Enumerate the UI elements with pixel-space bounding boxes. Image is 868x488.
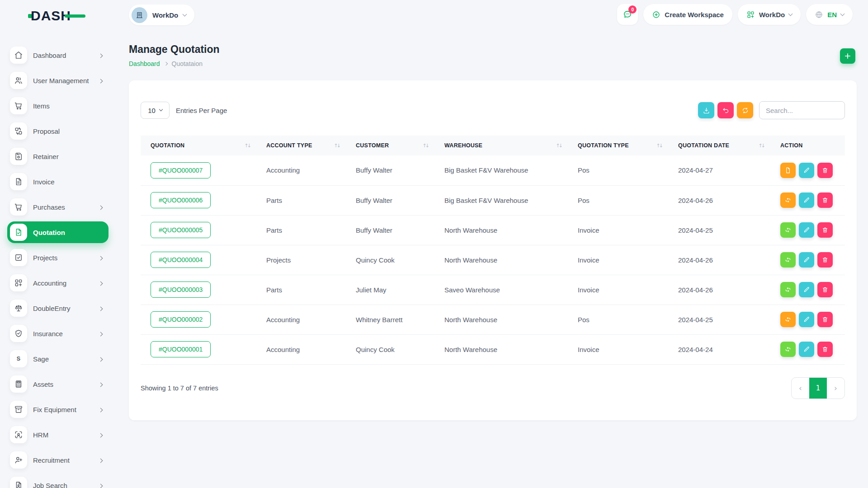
- sidebar-item-insurance[interactable]: Insurance: [0, 321, 116, 346]
- convert-button[interactable]: [780, 252, 796, 267]
- sort-icon[interactable]: [656, 143, 662, 149]
- sidebar-item-fix-equipment[interactable]: Fix Equipment: [0, 397, 116, 422]
- sidebar-item-assets[interactable]: Assets: [0, 371, 116, 397]
- delete-button[interactable]: [817, 252, 833, 267]
- topbar-actions: 0 Create Workspace WorkDo EN: [617, 4, 853, 25]
- column-header-action: ACTION: [780, 136, 845, 155]
- delete-button[interactable]: [817, 192, 833, 208]
- shield-check-icon: [10, 325, 27, 342]
- delete-button[interactable]: [817, 222, 833, 238]
- convert-button[interactable]: [780, 192, 796, 208]
- sidebar-item-accounting[interactable]: Accounting: [0, 270, 116, 296]
- logo-dash-icon: [65, 14, 85, 18]
- messages-button[interactable]: 0: [617, 4, 638, 25]
- sidebar-item-label: HRM: [33, 431, 48, 439]
- chevron-right-icon: [99, 279, 102, 287]
- quotation-number-button[interactable]: #QUOO000006: [151, 192, 211, 208]
- sidebar-item-hrm[interactable]: HRM: [0, 422, 116, 447]
- sidebar-item-quotation[interactable]: Quotation: [0, 220, 116, 245]
- sidebar-item-doubleentry[interactable]: DoubleEntry: [0, 296, 116, 321]
- edit-button[interactable]: [799, 312, 814, 327]
- add-quotation-button[interactable]: [840, 48, 855, 64]
- edit-button[interactable]: [799, 222, 814, 238]
- chevron-right-icon: [99, 456, 102, 464]
- edit-button[interactable]: [799, 342, 814, 357]
- quotation-date-cell: 2024-04-27: [678, 155, 780, 185]
- export-button[interactable]: [698, 102, 714, 118]
- create-workspace-button[interactable]: Create Workspace: [643, 4, 732, 25]
- search-input[interactable]: [759, 101, 845, 119]
- convert-button[interactable]: [780, 312, 796, 327]
- sidebar-item-user-management[interactable]: User Management: [0, 68, 116, 93]
- quotation-number-button[interactable]: #QUOO000002: [151, 311, 211, 328]
- column-header-quotation[interactable]: QUOTATION: [141, 136, 266, 155]
- quotation-number-button[interactable]: #QUOO000003: [151, 282, 211, 298]
- chevron-down-icon: [840, 11, 845, 16]
- quotation-type-cell: Invoice: [578, 215, 678, 245]
- edit-button[interactable]: [799, 163, 814, 178]
- app-logo[interactable]: DASH: [28, 8, 85, 23]
- workspace-menu-button[interactable]: WorkDo: [738, 4, 801, 25]
- sidebar-nav: DashboardUser ManagementItemsProposalRet…: [0, 42, 116, 488]
- home-icon: [10, 47, 27, 64]
- workspace-switcher[interactable]: WorkDo: [129, 5, 194, 25]
- quotation-number-button[interactable]: #QUOO000007: [151, 162, 211, 178]
- column-header-quotation-type[interactable]: QUOTATION TYPE: [578, 136, 678, 155]
- pagination-page-1[interactable]: 1: [809, 378, 827, 399]
- convert-button[interactable]: [780, 222, 796, 238]
- sidebar-item-retainer[interactable]: Retainer: [0, 144, 116, 169]
- column-header-account-type[interactable]: ACCOUNT TYPE: [266, 136, 356, 155]
- warehouse-cell: Big Basket F&V Warehouse: [444, 155, 578, 185]
- calculator-icon: [10, 375, 27, 393]
- edit-button[interactable]: [799, 252, 814, 267]
- table-row: #QUOO000006PartsBuffy WalterBig Basket F…: [141, 185, 845, 215]
- convert-button[interactable]: [780, 282, 796, 297]
- chevron-right-icon: [99, 203, 102, 211]
- customer-cell: Buffy Walter: [356, 155, 444, 185]
- workspace-name: WorkDo: [152, 11, 178, 19]
- language-selector[interactable]: EN: [806, 4, 853, 25]
- table-footer: Showing 1 to 7 of 7 entries ‹ 1 ›: [141, 378, 845, 399]
- sort-icon[interactable]: [759, 143, 764, 149]
- table-row: #QUOO000002AccountingWhitney BarrettNort…: [141, 305, 845, 334]
- account-type-cell: Projects: [266, 245, 356, 275]
- delete-button[interactable]: [817, 282, 833, 297]
- customer-cell: Buffy Walter: [356, 185, 444, 215]
- refresh-button[interactable]: [737, 102, 753, 118]
- delete-button[interactable]: [817, 342, 833, 357]
- undo-button[interactable]: [717, 102, 734, 118]
- grid-plus-icon: [746, 10, 755, 19]
- sidebar-item-items[interactable]: Items: [0, 93, 116, 118]
- quotation-number-button[interactable]: #QUOO000001: [151, 341, 211, 357]
- sort-icon[interactable]: [334, 143, 340, 149]
- delete-button[interactable]: [817, 163, 833, 178]
- sort-icon[interactable]: [423, 143, 428, 149]
- edit-button[interactable]: [799, 282, 814, 297]
- sidebar-item-invoice[interactable]: Invoice: [0, 169, 116, 194]
- column-header-warehouse[interactable]: WAREHOUSE: [444, 136, 578, 155]
- sidebar-item-dashboard[interactable]: Dashboard: [0, 42, 116, 68]
- delete-button[interactable]: [817, 312, 833, 327]
- edit-button[interactable]: [799, 192, 814, 208]
- account-type-cell: Accounting: [266, 155, 356, 185]
- pagination-prev-button[interactable]: ‹: [792, 378, 809, 399]
- sidebar-item-recruitment[interactable]: Recruitment: [0, 447, 116, 473]
- quotation-number-button[interactable]: #QUOO000005: [151, 222, 211, 238]
- view-button[interactable]: [780, 163, 796, 178]
- column-header-quotation-date[interactable]: QUOTATION DATE: [678, 136, 780, 155]
- quotation-number-button[interactable]: #QUOO000004: [151, 252, 211, 268]
- convert-button[interactable]: [780, 342, 796, 357]
- sort-icon[interactable]: [556, 143, 561, 149]
- account-type-cell: Parts: [266, 215, 356, 245]
- sidebar-item-proposal[interactable]: Proposal: [0, 118, 116, 144]
- sidebar-item-projects[interactable]: Projects: [0, 245, 116, 270]
- breadcrumb-current: Quotataion: [172, 60, 203, 67]
- pagination-next-button[interactable]: ›: [827, 378, 844, 399]
- sidebar-item-purchases[interactable]: Purchases: [0, 194, 116, 220]
- column-header-customer[interactable]: CUSTOMER: [356, 136, 444, 155]
- breadcrumb-dashboard-link[interactable]: Dashboard: [129, 60, 160, 67]
- sort-icon[interactable]: [245, 143, 250, 149]
- sidebar-item-job-search[interactable]: Job Search: [0, 473, 116, 488]
- sidebar-item-sage[interactable]: SSage: [0, 346, 116, 371]
- entries-per-page-select[interactable]: 10: [141, 102, 170, 119]
